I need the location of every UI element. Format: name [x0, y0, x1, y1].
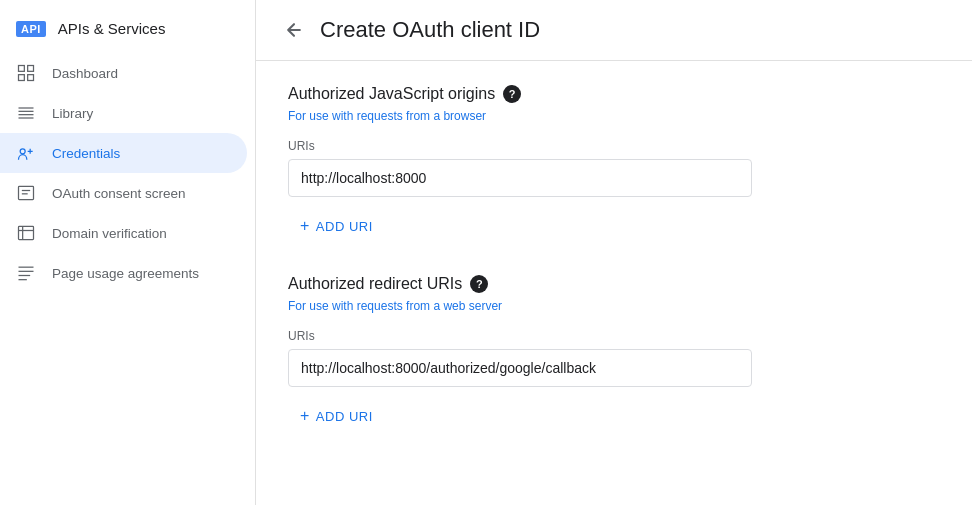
- svg-point-8: [20, 149, 25, 154]
- sidebar-item-dashboard-label: Dashboard: [52, 66, 118, 81]
- api-badge: API: [16, 21, 46, 37]
- main-content-area: Create OAuth client ID Authorized JavaSc…: [256, 0, 972, 505]
- sidebar-item-domain-label: Domain verification: [52, 226, 167, 241]
- redirect-uris-section: Authorized redirect URIs ? For use with …: [288, 275, 940, 433]
- credentials-icon: [16, 143, 36, 163]
- sidebar-item-library-label: Library: [52, 106, 93, 121]
- sidebar-item-oauth[interactable]: OAuth consent screen: [0, 173, 247, 213]
- sidebar-nav: Dashboard Library: [0, 53, 255, 293]
- page-usage-icon: [16, 263, 36, 283]
- oauth-icon: [16, 183, 36, 203]
- redirect-uris-label: URIs: [288, 329, 940, 343]
- redirect-uri-input[interactable]: [288, 349, 752, 387]
- js-origins-add-uri-button[interactable]: + ADD URI: [288, 209, 385, 243]
- form-content: Authorized JavaScript origins ? For use …: [256, 61, 972, 489]
- library-icon: [16, 103, 36, 123]
- sidebar-item-credentials[interactable]: Credentials: [0, 133, 247, 173]
- js-origins-uri-input[interactable]: [288, 159, 752, 197]
- redirect-uris-help-icon[interactable]: ?: [470, 275, 488, 293]
- sidebar-item-page-usage-label: Page usage agreements: [52, 266, 199, 281]
- sidebar-title: APIs & Services: [58, 20, 166, 37]
- sidebar-item-credentials-label: Credentials: [52, 146, 120, 161]
- js-origins-uris-label: URIs: [288, 139, 940, 153]
- redirect-uris-add-uri-button[interactable]: + ADD URI: [288, 399, 385, 433]
- sidebar-item-page-usage[interactable]: Page usage agreements: [0, 253, 247, 293]
- svg-rect-3: [28, 75, 34, 81]
- svg-rect-0: [19, 66, 25, 72]
- sidebar-header: API APIs & Services: [0, 8, 255, 53]
- sidebar-item-library[interactable]: Library: [0, 93, 247, 133]
- sidebar: API APIs & Services Dashboard: [0, 0, 256, 505]
- main-header: Create OAuth client ID: [256, 0, 972, 61]
- js-origins-add-uri-label: ADD URI: [316, 219, 373, 234]
- svg-rect-9: [19, 186, 34, 199]
- sidebar-item-oauth-label: OAuth consent screen: [52, 186, 186, 201]
- svg-rect-1: [28, 66, 34, 72]
- redirect-uris-add-uri-label: ADD URI: [316, 409, 373, 424]
- domain-icon: [16, 223, 36, 243]
- dashboard-icon: [16, 63, 36, 83]
- js-origins-subtitle: For use with requests from a browser: [288, 109, 940, 123]
- js-origins-section: Authorized JavaScript origins ? For use …: [288, 85, 940, 243]
- svg-rect-2: [19, 75, 25, 81]
- js-origins-help-icon[interactable]: ?: [503, 85, 521, 103]
- svg-rect-12: [19, 226, 34, 239]
- redirect-uris-subtitle: For use with requests from a web server: [288, 299, 940, 313]
- add-uri-plus-icon: +: [300, 217, 310, 235]
- page-title: Create OAuth client ID: [320, 17, 540, 43]
- redirect-uris-title: Authorized redirect URIs ?: [288, 275, 940, 293]
- js-origins-title: Authorized JavaScript origins ?: [288, 85, 940, 103]
- sidebar-item-domain[interactable]: Domain verification: [0, 213, 247, 253]
- redirect-add-uri-plus-icon: +: [300, 407, 310, 425]
- sidebar-item-dashboard[interactable]: Dashboard: [0, 53, 247, 93]
- back-button[interactable]: [280, 16, 308, 44]
